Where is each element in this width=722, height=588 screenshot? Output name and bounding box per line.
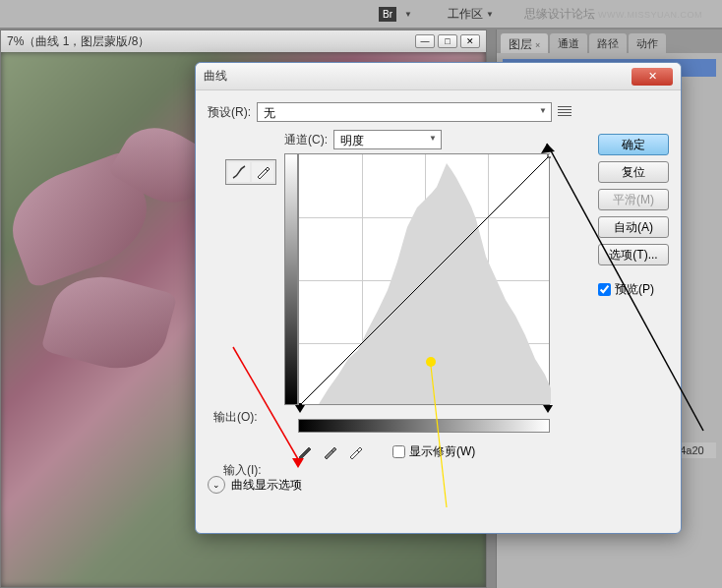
smooth-button[interactable]: 平滑(M) bbox=[598, 189, 669, 210]
curve-line bbox=[299, 154, 551, 406]
preset-label: 预设(R): bbox=[208, 104, 251, 121]
curves-grid[interactable] bbox=[298, 153, 550, 405]
document-titlebar[interactable]: 7%（曲线 1，图层蒙版/8） — □ ✕ bbox=[1, 30, 486, 52]
menu-icon[interactable] bbox=[558, 106, 572, 118]
tab-channels[interactable]: 通道 bbox=[550, 33, 587, 53]
white-point-slider[interactable] bbox=[543, 405, 553, 413]
preview-label: 预览(P) bbox=[615, 281, 654, 298]
show-clip-label: 显示修剪(W) bbox=[409, 443, 475, 460]
dialog-title: 曲线 bbox=[204, 68, 227, 85]
svg-rect-3 bbox=[548, 154, 551, 157]
svg-line-1 bbox=[299, 154, 551, 406]
document-title: 7%（曲线 1，图层蒙版/8） bbox=[7, 33, 150, 50]
curves-dialog: 曲线 ✕ 预设(R): 无 通道( bbox=[195, 62, 682, 534]
window-controls: — □ ✕ bbox=[415, 34, 480, 48]
tab-actions[interactable]: 动作 bbox=[629, 33, 666, 53]
maximize-button[interactable]: □ bbox=[438, 34, 457, 48]
app-topbar: Br ▼ 工作区 ▼ 思缘设计论坛 WWW.MISSYUAN.COM bbox=[0, 0, 722, 28]
black-point-slider[interactable] bbox=[295, 405, 305, 413]
options-button[interactable]: 选项(T)... bbox=[598, 244, 669, 265]
curve-pencil-tool[interactable] bbox=[252, 162, 273, 182]
chevron-down-icon: ▼ bbox=[486, 10, 494, 19]
input-label: 输入(I): bbox=[223, 462, 262, 479]
preset-combo[interactable]: 无 bbox=[257, 102, 552, 122]
expand-label: 曲线显示选项 bbox=[231, 477, 302, 494]
close-icon[interactable]: × bbox=[535, 40, 540, 50]
workspace-selector[interactable]: 工作区 ▼ bbox=[448, 6, 494, 23]
preview-checkbox[interactable] bbox=[598, 283, 611, 296]
auto-button[interactable]: 自动(A) bbox=[598, 216, 669, 238]
channel-label: 通道(C): bbox=[284, 132, 328, 148]
show-clip-checkbox[interactable] bbox=[392, 445, 405, 458]
ok-button[interactable]: 确定 bbox=[598, 134, 669, 155]
panel-tabs: 图层× 通道 路径 动作 bbox=[497, 29, 722, 53]
curve-tool-selector bbox=[225, 159, 276, 185]
workspace-label: 工作区 bbox=[448, 6, 483, 23]
watermark: 思缘设计论坛 WWW.MISSYUAN.COM bbox=[524, 6, 702, 23]
output-label: 输出(O): bbox=[213, 409, 258, 426]
dialog-titlebar[interactable]: 曲线 ✕ bbox=[196, 63, 681, 90]
bridge-icon[interactable]: Br bbox=[379, 7, 396, 22]
close-button[interactable]: ✕ bbox=[460, 34, 480, 48]
output-gradient bbox=[284, 153, 298, 405]
channel-combo[interactable]: 明度 bbox=[333, 130, 442, 149]
gray-eyedropper[interactable] bbox=[322, 442, 339, 460]
input-gradient bbox=[298, 419, 550, 433]
close-button[interactable]: ✕ bbox=[632, 68, 673, 86]
annotation-red-marker bbox=[292, 458, 304, 468]
curve-point-tool[interactable] bbox=[228, 162, 250, 182]
minimize-button[interactable]: — bbox=[415, 34, 435, 48]
reset-button[interactable]: 复位 bbox=[598, 161, 669, 183]
tab-layers[interactable]: 图层× bbox=[501, 33, 548, 53]
input-sliders bbox=[298, 405, 550, 417]
tab-paths[interactable]: 路径 bbox=[589, 33, 627, 53]
chevron-down-icon[interactable]: ▼ bbox=[404, 10, 412, 19]
annotation-yellow-dot bbox=[426, 357, 436, 367]
white-eyedropper[interactable] bbox=[347, 442, 365, 460]
